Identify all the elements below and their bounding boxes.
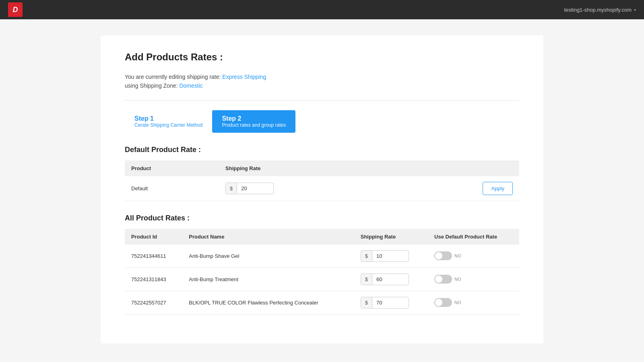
step-1[interactable]: Step 1 Cerate Shipping Carrier Method (125, 110, 212, 133)
steps-container: Step 1 Cerate Shipping Carrier Method St… (125, 110, 519, 133)
default-row-label: Default (125, 176, 219, 201)
product-rate-input-group: $ (361, 250, 409, 262)
step-1-label: Step 1 (134, 115, 202, 122)
store-name: testing1-shop.myshopify.com (564, 7, 632, 13)
product-id-cell: 752241344611 (125, 245, 182, 268)
step-2[interactable]: Step 2 Product rates and group rates (212, 110, 295, 133)
currency-prefix: $ (361, 251, 372, 261)
product-name-cell: BLK/OPL TRUE COLOR Flawless Perfecting C… (182, 291, 354, 314)
all-products-table: Product Id Product Name Shipping Rate Us… (125, 229, 519, 315)
zone-prefix: using Shipping Zone: (125, 82, 179, 89)
step-2-subtitle: Product rates and group rates (222, 122, 286, 128)
page-title: Add Products Rates : (125, 51, 519, 63)
subtitle-prefix: You are currently editing shipping rate: (125, 74, 222, 80)
product-row: 752241311843 Anti-Bump Treatment $ NO (125, 267, 519, 291)
currency-prefix: $ (361, 297, 372, 308)
product-id-cell: 752242557027 (125, 291, 182, 314)
toggle-label-0: NO (454, 253, 461, 258)
top-navigation: D testing1-shop.myshopify.com ▾ (0, 0, 644, 19)
product-row: 752241344611 Anti-Bump Shave Gel $ NO (125, 245, 519, 268)
product-name-cell: Anti-Bump Treatment (182, 267, 354, 291)
store-selector[interactable]: testing1-shop.myshopify.com ▾ (564, 7, 636, 13)
col-use-default: Use Default Product Rate (428, 229, 519, 245)
product-rate-input-group: $ (361, 297, 409, 309)
product-id-cell: 752241311843 (125, 267, 182, 291)
chevron-down-icon: ▾ (634, 8, 636, 12)
all-products-section-title: All Product Rates : (125, 214, 519, 222)
product-row: 752242557027 BLK/OPL TRUE COLOR Flawless… (125, 291, 519, 314)
default-col-product: Product (125, 160, 219, 176)
page-subtitle: You are currently editing shipping rate:… (125, 72, 519, 90)
default-rate-section-title: Default Product Rate : (125, 146, 519, 154)
step-2-label: Step 2 (222, 115, 286, 122)
use-default-toggle-2[interactable] (434, 298, 452, 307)
default-rate-input[interactable] (237, 183, 265, 194)
toggle-container-1: NO (434, 275, 513, 284)
product-rate-input-2[interactable] (372, 297, 400, 308)
toggle-label-2: NO (454, 300, 461, 305)
default-rate-row: Default $ Apply (125, 176, 519, 201)
product-name-cell: Anti-Bump Shave Gel (182, 245, 354, 268)
apply-button[interactable]: Apply (483, 182, 513, 195)
use-default-toggle-1[interactable] (434, 275, 452, 284)
logo: D (8, 2, 23, 17)
currency-symbol: $ (226, 183, 237, 194)
product-rate-input-1[interactable] (372, 274, 400, 285)
main-content: Add Products Rates : You are currently e… (101, 35, 543, 343)
use-default-toggle-0[interactable] (434, 251, 452, 260)
product-rate-input-0[interactable] (372, 251, 400, 261)
shipping-rate-link[interactable]: Express Shipping (222, 74, 266, 80)
col-product-name: Product Name (182, 229, 354, 245)
zone-link[interactable]: Domestic (179, 82, 202, 89)
toggle-label-1: NO (454, 277, 461, 282)
col-shipping-rate: Shipping Rate (354, 229, 428, 245)
toggle-container-0: NO (434, 251, 513, 260)
toggle-container-2: NO (434, 298, 513, 307)
default-rate-table: Product Shipping Rate Default $ Apply (125, 160, 519, 201)
currency-prefix: $ (361, 274, 372, 285)
default-rate-input-group: $ (225, 183, 274, 194)
col-product-id: Product Id (125, 229, 182, 245)
step-1-subtitle: Cerate Shipping Carrier Method (134, 122, 202, 128)
product-rate-input-group: $ (361, 274, 409, 285)
divider (125, 100, 519, 101)
default-col-shipping-rate: Shipping Rate (219, 160, 396, 176)
